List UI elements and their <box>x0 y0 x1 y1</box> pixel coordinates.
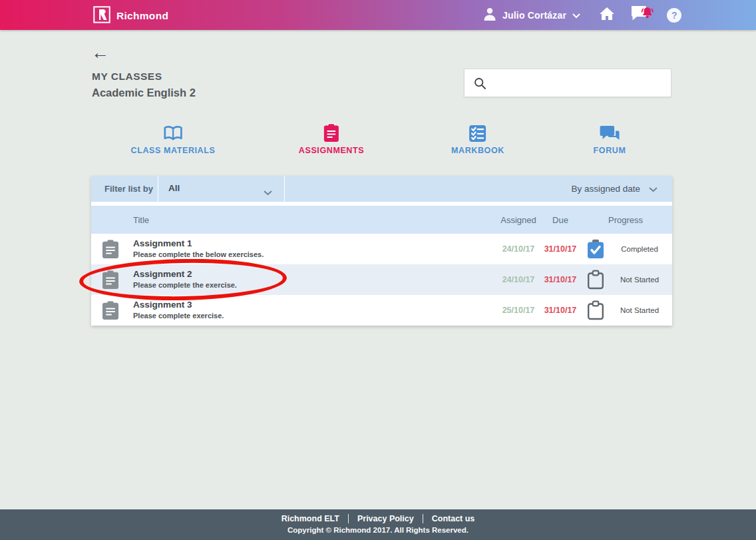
open-book-icon <box>131 123 216 142</box>
table-header-row: Title Assigned Due Progress <box>91 206 672 234</box>
home-icon <box>599 7 615 23</box>
notifications-button[interactable] <box>630 5 654 26</box>
assigned-date: 24/10/17 <box>502 244 535 254</box>
tab-label: ASSIGNMENTS <box>299 146 364 155</box>
search-box <box>464 69 671 97</box>
footer-link-contact-us[interactable]: Contact us <box>432 514 475 523</box>
assignment-description: Please complete the below exercises. <box>133 250 264 258</box>
column-header-assigned: Assigned <box>500 215 536 225</box>
notification-bell-icon <box>630 5 654 26</box>
tab-markbook[interactable]: MARKBOOK <box>451 123 504 155</box>
back-arrow-icon: ← <box>91 43 109 63</box>
chevron-down-icon <box>572 9 580 21</box>
column-header-due: Due <box>552 215 568 225</box>
footer-links: Richmond ELT Privacy Policy Contact us <box>0 509 756 523</box>
richmond-logo-icon <box>93 6 110 26</box>
help-button[interactable]: ? <box>667 8 681 23</box>
back-button[interactable]: ← <box>91 44 109 62</box>
assignment-title: Assignment 2 <box>133 269 192 279</box>
assigned-date: 24/10/17 <box>502 275 535 284</box>
richmond-logo[interactable]: Richmond <box>93 6 168 26</box>
footer-link-privacy-policy[interactable]: Privacy Policy <box>357 514 414 523</box>
status-label: Completed <box>621 245 658 253</box>
assignment-description: Please complete the exercise. <box>133 281 237 289</box>
filter-value: All <box>168 183 180 193</box>
user-menu[interactable]: Julio Cortázar <box>483 7 580 24</box>
top-bar-actions: Julio Cortázar <box>483 0 681 30</box>
tab-label: MARKBOOK <box>451 146 504 155</box>
checklist-icon <box>451 123 504 142</box>
footer-divider <box>348 514 349 523</box>
tab-class-materials[interactable]: CLASS MATERIALS <box>131 123 216 155</box>
search-input[interactable] <box>465 69 671 97</box>
assignment-clipboard-icon <box>102 270 119 292</box>
sort-dropdown[interactable]: By assigned date <box>571 176 672 202</box>
home-button[interactable] <box>599 7 615 23</box>
status-label: Not Started <box>620 276 659 284</box>
user-icon <box>483 7 496 24</box>
brand-label: Richmond <box>116 10 168 22</box>
chevron-down-icon <box>264 186 272 198</box>
breadcrumb-section-title: MY CLASSES <box>92 71 162 83</box>
assignment-clipboard-icon <box>102 300 119 323</box>
assignment-title: Assignment 3 <box>133 300 192 310</box>
help-icon: ? <box>671 8 677 23</box>
tab-forum[interactable]: FORUM <box>594 123 626 155</box>
assignment-row-1[interactable]: Assignment 1 Please complete the below e… <box>91 234 672 264</box>
assignment-description: Please complete exercise. <box>133 312 224 320</box>
footer-copyright: Copyright © Richmond 2017. All Rights Re… <box>0 526 756 534</box>
chevron-down-icon <box>649 183 658 195</box>
tab-label: CLASS MATERIALS <box>131 146 216 155</box>
assignment-row-3[interactable]: Assignment 3 Please complete exercise. 2… <box>91 295 672 326</box>
tab-assignments[interactable]: ASSIGNMENTS <box>299 123 364 155</box>
filter-bar: Filter list by All By assigned date <box>91 176 672 202</box>
filter-dropdown[interactable]: All <box>158 176 285 202</box>
assignment-row-2[interactable]: Assignment 2 Please complete the exercis… <box>91 264 672 295</box>
column-header-progress: Progress <box>608 215 643 225</box>
progress-not-started-icon <box>587 270 604 292</box>
chat-bubbles-icon <box>594 123 626 142</box>
assignments-panel: Filter list by All By assigned date Titl… <box>91 176 672 326</box>
footer: Richmond ELT Privacy Policy Contact us C… <box>0 509 756 540</box>
due-date: 31/10/17 <box>544 306 577 315</box>
due-date: 31/10/17 <box>544 275 577 284</box>
due-date: 31/10/17 <box>544 244 577 254</box>
class-title: Academic English 2 <box>92 87 196 99</box>
sort-value: By assigned date <box>571 184 640 194</box>
status-label: Not Started <box>620 306 659 314</box>
top-bar: Richmond Julio Cortázar <box>0 0 756 30</box>
assignment-clipboard-icon <box>102 239 119 262</box>
progress-completed-icon <box>587 239 604 262</box>
footer-link-richmond-elt[interactable]: Richmond ELT <box>282 514 339 523</box>
assigned-date: 25/10/17 <box>502 306 535 315</box>
clipboard-icon <box>299 123 364 142</box>
column-header-title: Title <box>133 215 149 225</box>
progress-not-started-icon <box>587 300 604 323</box>
assignment-title: Assignment 1 <box>133 238 192 248</box>
user-name: Julio Cortázar <box>502 10 566 21</box>
tab-label: FORUM <box>594 146 626 155</box>
footer-divider <box>423 514 423 523</box>
filter-label: Filter list by <box>104 184 153 194</box>
